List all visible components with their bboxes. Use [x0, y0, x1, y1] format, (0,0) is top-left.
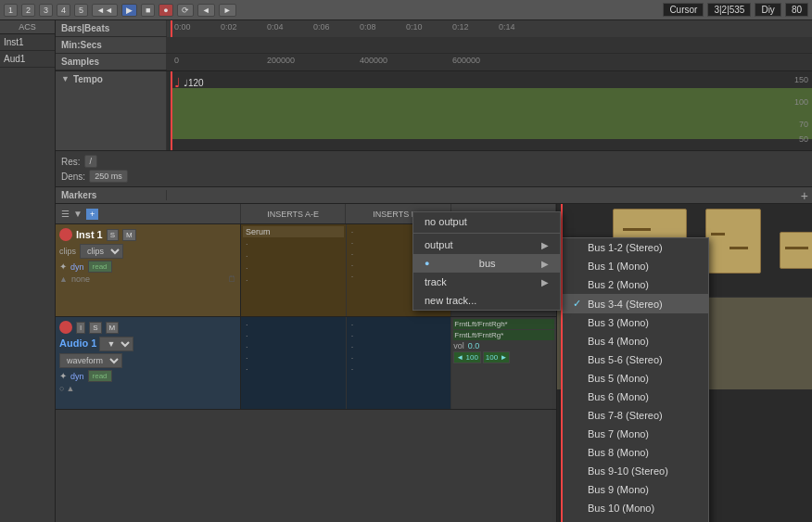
- bus-bullet-icon: ●: [425, 259, 429, 268]
- inst1-insert-dot-e: ·: [243, 274, 344, 286]
- inst1-name: Inst 1: [76, 229, 103, 240]
- inst1-s-btn[interactable]: S: [107, 229, 119, 241]
- res-dens-area: Res: / Dens: 250 ms: [56, 151, 812, 187]
- aud1-pan-left-btn[interactable]: ◄ 100: [453, 351, 481, 363]
- bus-10-mono[interactable]: Bus 10 (Mono): [562, 499, 708, 517]
- res-row: Res: /: [61, 155, 806, 168]
- res-label: Res:: [61, 157, 81, 167]
- tempo-collapse-btn[interactable]: ▼: [61, 74, 70, 83]
- inst1-none-label: none: [71, 274, 90, 284]
- aud1-waveform-row: waveform: [59, 353, 236, 368]
- tab-5[interactable]: 5: [74, 4, 88, 17]
- menu-output[interactable]: output ▶: [413, 236, 560, 254]
- bus-7-mono[interactable]: Bus 7 (Mono): [562, 425, 708, 443]
- bus-1-mono[interactable]: Bus 1 (Mono): [562, 257, 708, 275]
- tempo-y-50: 50: [799, 134, 808, 144]
- tab-2[interactable]: 2: [21, 4, 35, 17]
- tempo-section: ▼ Tempo ♩ ♩120 150 100 70 50: [56, 71, 812, 151]
- inst1-m-btn[interactable]: M: [122, 229, 136, 241]
- aud1-dyn-label[interactable]: dyn: [70, 372, 84, 381]
- cursor-label: Cursor: [663, 3, 704, 17]
- bus-9-check: [573, 484, 584, 495]
- sidebar-track-inst1[interactable]: Inst1: [0, 34, 55, 51]
- tab-4[interactable]: 4: [57, 4, 70, 17]
- inst1-rec-btn[interactable]: [59, 228, 72, 241]
- aud1-ae-dot-d: ·: [243, 352, 344, 363]
- track-add-btn[interactable]: +: [86, 209, 98, 220]
- loop-btn[interactable]: ⟳: [177, 4, 194, 17]
- aud1-fj-dot-b: ·: [349, 330, 450, 341]
- bus-8-mono[interactable]: Bus 8 (Mono): [562, 443, 708, 462]
- sidebar-track-aud1[interactable]: Aud1: [0, 51, 55, 68]
- inst1-clips-dropdown[interactable]: clips: [80, 244, 123, 259]
- play-btn[interactable]: ▶: [121, 4, 137, 17]
- track-header-cell: ☰ ▼ +: [56, 204, 241, 223]
- nudge-right[interactable]: ►: [219, 4, 236, 17]
- inst1-midi-clip-3[interactable]: [780, 232, 812, 269]
- nudge-left[interactable]: ◄: [197, 4, 215, 17]
- bus-2-check: [573, 279, 584, 290]
- track-list-btn[interactable]: ☰: [61, 209, 70, 219]
- record-btn[interactable]: ●: [159, 4, 172, 17]
- aud1-ae-dot-c: ·: [243, 341, 344, 352]
- bus-910-stereo[interactable]: Bus 9-10 (Stereo): [562, 462, 708, 480]
- tab-3[interactable]: 3: [39, 4, 53, 17]
- track-list-down[interactable]: ▼: [73, 209, 82, 219]
- bus-34-stereo[interactable]: ✓ Bus 3-4 (Stereo): [562, 294, 708, 313]
- bus-3-mono[interactable]: Bus 3 (Mono): [562, 313, 708, 332]
- inst1-midi-note-5: [730, 247, 748, 249]
- inst1-dyn-label[interactable]: dyn: [70, 262, 84, 272]
- aud1-ae-dot-b: ·: [243, 330, 344, 341]
- aud1-waveform-dropdown[interactable]: waveform: [59, 353, 122, 368]
- tab-1[interactable]: 1: [4, 4, 18, 17]
- aud1-s-btn[interactable]: S: [89, 322, 101, 334]
- menu-track[interactable]: track ▶: [413, 273, 560, 291]
- inst1-read-btn[interactable]: read: [88, 261, 112, 273]
- tempo-y-150: 150: [794, 75, 808, 84]
- menu-no-output[interactable]: no output: [413, 212, 560, 231]
- markers-label: Markers: [56, 190, 167, 200]
- inst1-midi-clip-2[interactable]: [705, 209, 761, 274]
- tempo-label: Tempo: [73, 74, 103, 84]
- aud1-send-a-label[interactable]: FrntLft/FrntRgh*: [453, 319, 554, 329]
- sample-mark-400k: 400000: [360, 56, 387, 65]
- aud1-send-b-label[interactable]: FrntLft/FrntRg*: [453, 330, 554, 340]
- acks-label: ACS: [0, 20, 55, 34]
- tempo-timeline: ♩ ♩120 150 100 70 50: [167, 71, 812, 150]
- bus-4-mono[interactable]: Bus 4 (Mono): [562, 332, 708, 350]
- bus-9-mono[interactable]: Bus 9 (Mono): [562, 480, 708, 499]
- menu-new-track[interactable]: new track...: [413, 291, 560, 310]
- aud1-rec-btn[interactable]: [59, 321, 72, 334]
- bus-1112-stereo[interactable]: Bus 11-12 (Stereo): [562, 517, 708, 522]
- aud1-pan-right-btn[interactable]: 100 ►: [483, 351, 511, 363]
- aud1-m-btn[interactable]: M: [106, 322, 120, 334]
- bus-78-stereo[interactable]: Bus 7-8 (Stereo): [562, 406, 708, 425]
- min-secs-label: Min:Secs: [56, 37, 167, 53]
- bus-5-mono[interactable]: Bus 5 (Mono): [562, 369, 708, 388]
- aud1-read-btn[interactable]: read: [88, 370, 112, 382]
- inst1-serum-insert[interactable]: Serum: [243, 226, 344, 237]
- aud1-name-dropdown[interactable]: ▼: [99, 337, 133, 351]
- stop-btn[interactable]: ■: [141, 4, 155, 17]
- res-btn[interactable]: /: [84, 155, 98, 168]
- aud1-vol-value: 0.0: [468, 341, 480, 350]
- bus-12-stereo[interactable]: Bus 1-2 (Stereo): [562, 238, 708, 257]
- transport-btn[interactable]: ◄◄: [92, 4, 118, 17]
- bus-6-mono[interactable]: Bus 6 (Mono): [562, 388, 708, 406]
- tempo-value: ♩120: [184, 78, 204, 88]
- dens-btn[interactable]: 250 ms: [89, 170, 128, 183]
- aud1-i-btn[interactable]: I: [76, 322, 85, 334]
- bus-1-check: [573, 261, 584, 272]
- add-marker-btn[interactable]: +: [801, 189, 808, 202]
- bus-8-check: [573, 447, 584, 458]
- tempo-region: [172, 88, 812, 139]
- tempo-node[interactable]: ♩ ♩120: [174, 75, 204, 90]
- bus-2-mono[interactable]: Bus 2 (Mono): [562, 275, 708, 294]
- bars-beats-timeline: 0:00 0:02 0:04 0:06 0:08 0:10 0:12 0:14: [167, 20, 812, 37]
- aud1-inserts-fj: · · · · ·: [347, 317, 452, 409]
- samples-row: Samples 0 200000 400000 600000: [56, 54, 812, 70]
- menu-bus[interactable]: ● bus ▶: [413, 254, 560, 273]
- bus-56-stereo[interactable]: Bus 5-6 (Stereo): [562, 350, 708, 369]
- bus-34-check: ✓: [573, 298, 584, 310]
- min-secs-row: Min:Secs: [56, 37, 812, 54]
